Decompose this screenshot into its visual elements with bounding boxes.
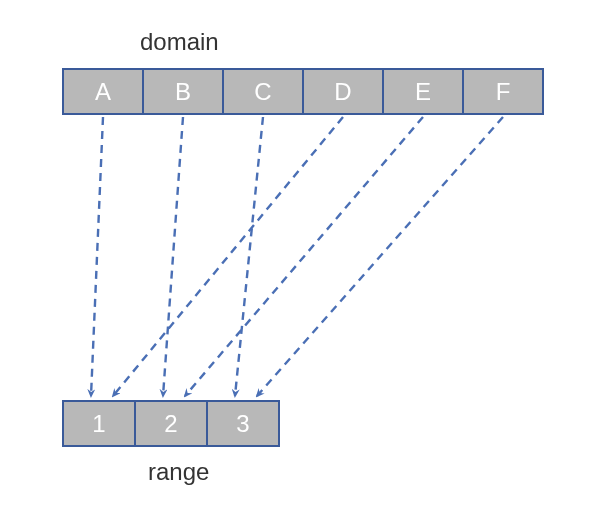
domain-cell: A (62, 68, 144, 115)
range-cell: 1 (62, 400, 136, 447)
domain-cell: E (382, 68, 464, 115)
domain-cell: B (142, 68, 224, 115)
mapping-arrow (163, 117, 183, 396)
range-cell: 2 (134, 400, 208, 447)
range-row: 123 (62, 400, 280, 447)
range-label: range (148, 458, 209, 486)
domain-label: domain (140, 28, 219, 56)
mapping-arrow (113, 117, 343, 396)
domain-cell: C (222, 68, 304, 115)
domain-row: ABCDEF (62, 68, 544, 115)
mapping-arrow (185, 117, 423, 396)
range-cell: 3 (206, 400, 280, 447)
domain-cell: F (462, 68, 544, 115)
mapping-arrow (235, 117, 263, 396)
mapping-arrow (257, 117, 503, 396)
mapping-arrow (91, 117, 103, 396)
domain-cell: D (302, 68, 384, 115)
